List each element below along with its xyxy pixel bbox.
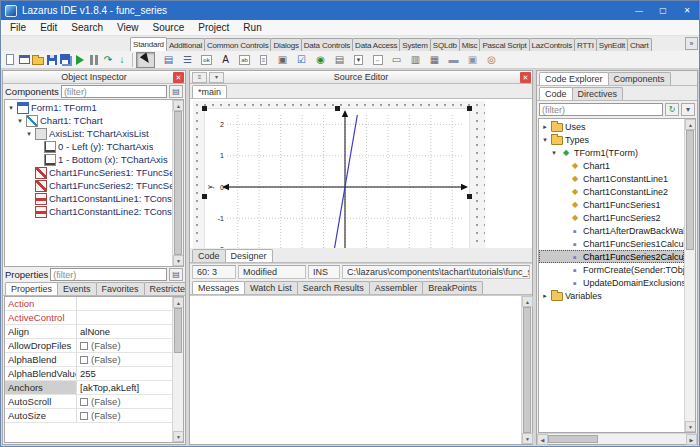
tree-item-types[interactable]: ▾Types (539, 133, 684, 146)
editor-view-tab-designer[interactable]: Designer (225, 249, 273, 262)
tedit-button[interactable]: ab (235, 52, 254, 68)
source-editor-header[interactable]: ≡ ▾ Source Editor ✕ (190, 71, 532, 84)
tmainmenu-button[interactable]: ▤ (159, 52, 178, 68)
resize-handle[interactable] (467, 106, 472, 111)
property-value[interactable]: (False) (77, 396, 172, 407)
tree-item-0-left-y-tchartaxis[interactable]: 0 - Left (y): TChartAxis (5, 140, 172, 153)
right-subtab-code[interactable]: Code (539, 87, 573, 100)
inspector-tab-events[interactable]: Events (57, 282, 97, 295)
code-explorer-h-scrollbar[interactable]: ◀ ▶ (537, 433, 697, 444)
close-button[interactable]: ✕ (675, 1, 699, 20)
scrollbar-thumb[interactable] (523, 307, 531, 434)
collapse-icon[interactable]: ▾ (550, 149, 558, 157)
right-tab-components[interactable]: Components (608, 72, 671, 85)
palette-tab-rtti[interactable]: RTTI (574, 38, 597, 51)
object-inspector-header[interactable]: Object Inspector ✕ (3, 71, 185, 84)
title-bar[interactable]: Lazarus IDE v1.8.4 - func_series — ▢ ✕ (1, 1, 699, 20)
properties-filter-input[interactable] (50, 268, 167, 281)
palette-tab-sqldb[interactable]: SQLdb (430, 38, 460, 51)
palette-tab-lazcontrols[interactable]: LazControls (529, 38, 576, 51)
palette-tab-system[interactable]: System (399, 38, 430, 51)
tree-item-1-bottom-x-tchartaxis[interactable]: 1 - Bottom (x): TChartAxis (5, 153, 172, 166)
scrollbar-thumb[interactable] (548, 435, 598, 443)
checkbox-icon[interactable] (80, 342, 88, 350)
chart-control[interactable]: -10-8-6-4-20246810-2-1012xy (204, 108, 470, 248)
tree-item-chart1constantline1[interactable]: Chart1ConstantLine1 (539, 172, 684, 185)
messages-tab-breakpoints[interactable]: BreakPoints (422, 281, 483, 294)
resize-handle[interactable] (467, 194, 472, 199)
right-tab-code-explorer[interactable]: Code Explorer (539, 72, 609, 85)
scrollbar-thumb[interactable] (174, 111, 182, 255)
pause-button[interactable] (87, 52, 101, 68)
property-value[interactable]: (False) (77, 340, 172, 351)
palette-tab-synedit[interactable]: SynEdit (596, 38, 628, 51)
scroll-up-icon[interactable]: ▲ (173, 100, 184, 111)
collapse-icon[interactable]: ▾ (25, 130, 33, 138)
messages-tab-search-results[interactable]: Search Results (297, 281, 370, 294)
menu-project[interactable]: Project (191, 22, 236, 33)
expand-icon[interactable]: ▸ (541, 123, 549, 131)
menu-view[interactable]: View (110, 22, 146, 33)
tscrollbar-button[interactable]: ↔ (368, 52, 387, 68)
save-all-button[interactable] (59, 52, 73, 68)
tpanel-button[interactable]: ▬ (444, 52, 463, 68)
tree-item-variables[interactable]: ▸Variables (539, 289, 684, 302)
collapse-icon[interactable]: ▾ (541, 136, 549, 144)
scroll-down-icon[interactable]: ▼ (685, 421, 696, 432)
tree-item-uses[interactable]: ▸Uses (539, 120, 684, 133)
tlistbox-button[interactable]: ▤ (330, 52, 349, 68)
tlabel-button[interactable]: A (216, 52, 235, 68)
property-grid-scrollbar[interactable]: ▲ ▼ (172, 297, 183, 442)
property-value[interactable]: (False) (77, 354, 172, 365)
palette-tab-common-controls[interactable]: Common Controls (204, 38, 271, 51)
tree-item-axislist-tchartaxislist[interactable]: ▾AxisList: TChartAxisList (5, 127, 172, 140)
property-value[interactable]: (False) (77, 410, 172, 421)
designed-form[interactable]: -10-8-6-4-20246810-2-1012xy (193, 101, 485, 248)
tree-item-chart1funcseries2calculate-const[interactable]: Chart1FuncSeries2Calculate(const (539, 250, 684, 263)
palette-tab-data-controls[interactable]: Data Controls (301, 38, 353, 51)
tree-item-chart1constantline1-tconstantline[interactable]: Chart1ConstantLine1: TConstantLine (5, 192, 172, 205)
close-icon[interactable]: ✕ (520, 72, 531, 83)
tree-item-formcreate-sender-tobject[interactable]: FormCreate(Sender:TObject); (539, 263, 684, 276)
tree-item-chart1funcseries1[interactable]: Chart1FuncSeries1 (539, 198, 684, 211)
file-tab-main[interactable]: *main (192, 85, 227, 98)
properties-options-button[interactable]: ▤ (169, 268, 183, 281)
tradiogroup-button[interactable]: ▥ (406, 52, 425, 68)
checkbox-icon[interactable] (80, 412, 88, 420)
tree-item-chart1constantline2-tconstantline[interactable]: Chart1ConstantLine2: TConstantLine (5, 205, 172, 218)
tbutton-button[interactable]: ok (197, 52, 216, 68)
code-explorer-filter-input[interactable] (539, 103, 663, 116)
scroll-down-icon[interactable]: ▼ (522, 433, 533, 444)
tgroupbox-button[interactable]: ▭ (387, 52, 406, 68)
editor-menu-button[interactable]: ≡ (192, 72, 207, 83)
tree-item-chart1[interactable]: Chart1 (539, 159, 684, 172)
inspector-tab-restricted[interactable]: Restricted (144, 282, 185, 295)
inspector-tab-favorites[interactable]: Favorites (96, 282, 145, 295)
close-icon[interactable]: ✕ (173, 72, 184, 83)
save-button[interactable] (45, 52, 59, 68)
palette-tab-data-access[interactable]: Data Access (352, 38, 400, 51)
palette-tab-dialogs[interactable]: Dialogs (270, 38, 301, 51)
resize-handle[interactable] (202, 194, 207, 199)
menu-source[interactable]: Source (146, 22, 192, 33)
checkbox-icon[interactable] (80, 398, 88, 406)
messages-tab-assembler[interactable]: Assembler (369, 281, 424, 294)
scroll-up-icon[interactable]: ▲ (685, 119, 696, 130)
inspector-tab-properties[interactable]: Properties (5, 282, 58, 295)
new-form-button[interactable] (17, 52, 31, 68)
step-into-button[interactable]: ↓ (115, 52, 129, 68)
palette-tab-misc[interactable]: Misc (459, 38, 481, 51)
palette-tab-pascal-script[interactable]: Pascal Script (479, 38, 529, 51)
messages-tab-watch-list[interactable]: Watch List (244, 281, 298, 294)
new-unit-button[interactable] (3, 52, 17, 68)
resize-handle[interactable] (202, 106, 207, 111)
run-button[interactable] (73, 52, 87, 68)
tree-item-chart1constantline2[interactable]: Chart1ConstantLine2 (539, 185, 684, 198)
scroll-down-icon[interactable]: ▼ (173, 431, 184, 442)
property-row-alphablend[interactable]: AlphaBlend(False) (5, 353, 172, 367)
refresh-icon[interactable]: ↻ (665, 103, 679, 116)
right-subtab-directives[interactable]: Directives (572, 87, 624, 100)
tree-item-updatedomainexclusions[interactable]: UpdateDomainExclusions; (539, 276, 684, 289)
tree-item-chart1funcseries1calculate-const[interactable]: Chart1FuncSeries1Calculate(const (539, 237, 684, 250)
property-value[interactable]: 255 (77, 368, 172, 379)
